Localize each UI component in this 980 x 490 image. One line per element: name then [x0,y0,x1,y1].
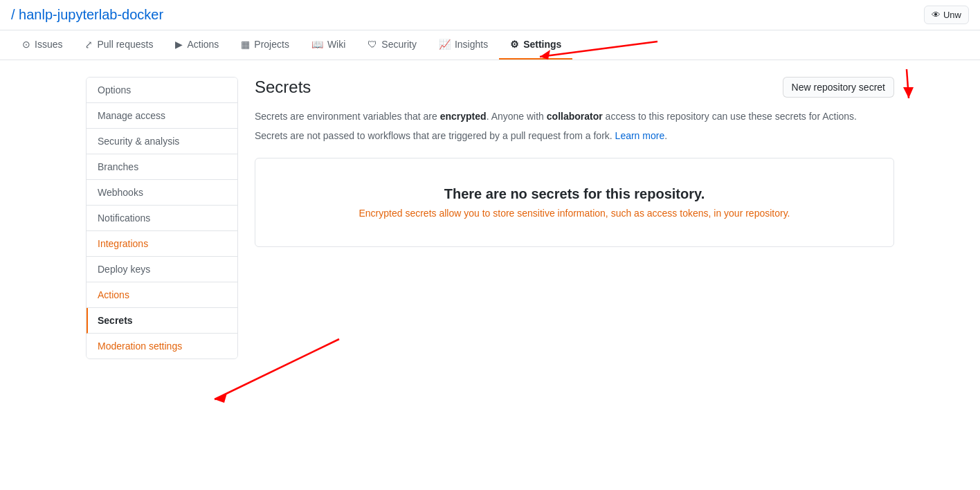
tab-security[interactable]: 🛡 Security [356,30,428,60]
svg-line-4 [907,69,909,98]
tab-security-label: Security [381,39,417,50]
tab-pull-requests[interactable]: ⤤ Pull requests [73,30,164,60]
unwatch-button[interactable]: 👁 Unw [924,6,969,24]
repo-title: / hanlp-jupyterlab-docker [11,7,163,23]
wiki-icon: 📖 [311,39,323,50]
tab-insights-label: Insights [455,39,488,50]
sidebar-item-webhooks[interactable]: Webhooks [87,180,237,206]
tab-issues[interactable]: ⊙ Issues [11,30,73,60]
tab-wiki[interactable]: 📖 Wiki [300,30,356,60]
secrets-description-2: Secrets are not passed to workflows that… [255,128,894,143]
issues-icon: ⊙ [22,39,30,50]
secrets-description-1: Secrets are environment variables that a… [255,109,894,124]
collaborator-bold: collaborator [547,111,603,122]
tab-issues-label: Issues [35,39,62,50]
main-layout: Options Manage access Security & analysi… [75,77,905,359]
tab-settings[interactable]: ⚙ Settings [499,30,572,60]
secrets-header: Secrets New repository secret [255,77,894,98]
tab-actions[interactable]: ▶ Actions [164,30,230,60]
settings-icon: ⚙ [510,39,519,50]
sidebar: Options Manage access Security & analysi… [86,77,238,359]
sidebar-item-branches[interactable]: Branches [87,154,237,180]
secrets-page-title: Secrets [255,78,311,97]
empty-state-box: There are no secrets for this repository… [255,158,894,247]
insights-icon: 📈 [439,39,451,50]
empty-state-title: There are no secrets for this repository… [269,186,880,202]
unwatch-label: Unw [943,10,961,20]
sidebar-item-notifications[interactable]: Notifications [87,206,237,231]
tab-projects-label: Projects [254,39,289,50]
new-repository-secret-button[interactable]: New repository secret [783,77,894,98]
encrypted-bold: encrypted [440,111,487,122]
actions-icon: ▶ [175,39,183,50]
repo-header: / hanlp-jupyterlab-docker 👁 Unw [0,0,980,30]
tab-pull-requests-label: Pull requests [97,39,153,50]
tab-insights[interactable]: 📈 Insights [428,30,499,60]
sidebar-item-integrations[interactable]: Integrations [87,231,237,257]
learn-more-link[interactable]: Learn more [615,130,665,141]
tab-settings-label: Settings [523,39,561,50]
eye-icon: 👁 [932,10,941,20]
sidebar-item-actions[interactable]: Actions [87,282,237,308]
sidebar-item-deploy-keys[interactable]: Deploy keys [87,257,237,282]
empty-state-subtitle: Encrypted secrets allow you to store sen… [269,208,880,219]
security-icon: 🛡 [368,39,377,50]
pull-requests-icon: ⤤ [84,39,93,50]
tab-projects[interactable]: ▦ Projects [230,30,300,60]
sidebar-item-moderation-settings[interactable]: Moderation settings [87,334,237,359]
tab-actions-label: Actions [187,39,219,50]
content-area: Secrets New repository secret Secrets ar… [255,77,894,359]
sidebar-item-options[interactable]: Options [87,78,237,103]
sidebar-item-manage-access[interactable]: Manage access [87,103,237,129]
sidebar-item-secrets[interactable]: Secrets [87,308,237,334]
tab-wiki-label: Wiki [327,39,345,50]
projects-icon: ▦ [241,39,250,50]
sidebar-item-security-analysis[interactable]: Security & analysis [87,129,237,154]
nav-tabs: ⊙ Issues ⤤ Pull requests ▶ Actions ▦ Pro… [0,30,980,60]
